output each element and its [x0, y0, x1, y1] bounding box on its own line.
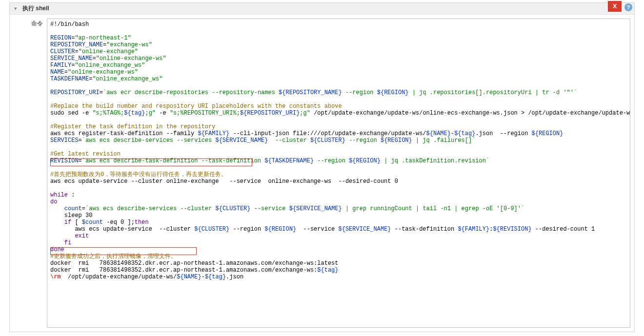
code-token	[50, 233, 75, 239]
code-token: "online-exchange"	[79, 48, 138, 55]
code-token: ${REGION}	[532, 130, 564, 137]
code-line: docker rmi 786381498352.dkr.ecr.ap-north…	[50, 267, 627, 274]
code-token: ${REGION}	[381, 137, 412, 144]
code-line: done	[50, 246, 627, 253]
code-token: --region	[345, 137, 381, 144]
panel-titlebar: ▾ 执行 shell X ?	[10, 3, 634, 15]
code-token: #Replace the build number and respositor…	[50, 103, 342, 110]
code-token: :	[68, 192, 75, 198]
code-token: #Get latest revision	[50, 151, 121, 158]
code-token: | jq .taskDefinition.revision`	[381, 158, 489, 164]
code-token: "online-exchange-ws"	[68, 69, 138, 76]
code-token: do	[50, 198, 57, 205]
code-token: #更新服务成功之后，执行清理镜像，清理文件。	[50, 253, 177, 260]
code-line: SERVICE_NAME="online-exchange-ws"	[50, 55, 627, 62]
code-token: =	[100, 89, 103, 96]
code-token: ${tag}	[124, 110, 145, 117]
code-token: .json --region	[475, 130, 531, 137]
code-token: | jq .failures[]`	[412, 137, 476, 144]
code-token: ;g"	[300, 110, 310, 117]
code-token: ${REGION}	[377, 89, 409, 96]
code-token: -e	[156, 110, 170, 117]
code-token: `aws ecs describe-services --cluster	[85, 205, 215, 212]
code-line: count=`aws ecs describe-services --clust…	[50, 205, 627, 212]
code-token: =	[92, 55, 96, 62]
code-token: ${CLUSTER}	[215, 205, 250, 212]
code-line	[50, 164, 627, 171]
code-line: do	[50, 198, 627, 205]
code-token: =	[79, 158, 82, 164]
code-token: ${REGION}	[349, 158, 381, 164]
code-token: /opt/update-exchange/update-ws/	[61, 274, 177, 280]
code-token: --region	[314, 158, 349, 164]
code-token: ${REVISION}	[493, 226, 531, 233]
code-token: ;g"	[145, 110, 156, 117]
code-token: ${tag}	[454, 130, 475, 137]
code-line: #Get latest revision	[50, 151, 627, 158]
code-token: | jq .repositories[].repositoryUri | tr …	[409, 89, 578, 96]
code-line: fi	[50, 239, 627, 246]
code-token: ${tag}	[205, 274, 226, 280]
code-token: while	[50, 192, 68, 198]
shell-script-editor[interactable]: #!/bin/bash REGION="ap-northeast-1"REPOS…	[47, 19, 630, 328]
code-token: "online_exchange_ws"	[92, 76, 162, 82]
code-token: sleep 30	[50, 212, 92, 219]
code-line: REPOSITORY_NAME="exchange-ws"	[50, 41, 627, 48]
code-token: aws ecs update-service --cluster online-…	[50, 178, 398, 185]
code-token: REGION	[50, 35, 71, 41]
code-token: aws ecs register-task-definition --famil…	[50, 130, 198, 137]
code-token: "online-exchange-ws"	[96, 55, 166, 62]
code-token: =	[82, 205, 85, 212]
code-token: ${NAME}	[177, 274, 201, 280]
code-token: REVISION	[50, 158, 79, 164]
code-token: SERVICES	[50, 137, 79, 144]
code-token: TASKDEFNAME	[50, 76, 89, 82]
code-token: `aws ecs describe-task-definition --task…	[82, 158, 264, 164]
code-line	[50, 28, 627, 35]
code-line: aws ecs register-task-definition --famil…	[50, 130, 627, 137]
code-token: #首先把预期数改为0，等待服务中没有运行得任务，再去更新任务。	[50, 171, 227, 178]
code-token: #!/bin/bash	[50, 21, 89, 28]
code-token: done	[50, 246, 64, 253]
code-token: ${CLUSTER}	[194, 226, 229, 233]
code-token: --service	[296, 226, 338, 233]
close-button[interactable]: X	[608, 1, 622, 12]
code-token: then	[135, 219, 149, 226]
code-token: "online_exchange_ws"	[75, 62, 145, 69]
code-line: SERVICES=`aws ecs describe-services --se…	[50, 137, 627, 144]
code-token: "exchange-ws"	[106, 41, 152, 48]
code-token: SERVICE_NAME	[50, 55, 92, 62]
code-token: exit	[75, 233, 89, 239]
code-line: REVISION=`aws ecs describe-task-definiti…	[50, 158, 627, 164]
code-line: NAME="online-exchange-ws"	[50, 69, 627, 76]
code-line	[50, 185, 627, 192]
code-token: --task-definition	[391, 226, 458, 233]
code-token: ${FAMILY}	[458, 226, 489, 233]
code-token	[50, 205, 64, 212]
code-line: REGION="ap-northeast-1"	[50, 35, 627, 41]
collapse-icon[interactable]: ▾	[10, 5, 21, 12]
code-token: ${tag}	[317, 267, 338, 274]
code-token: NAME	[50, 69, 64, 76]
command-label: 命令	[10, 15, 47, 28]
code-line: sudo sed -e "s;%TAG%;${tag};g" -e "s;%RE…	[50, 110, 627, 117]
code-token: "ap-northeast-1"	[75, 35, 131, 41]
code-token: $count	[82, 219, 103, 226]
code-token: ${REGION}	[264, 226, 296, 233]
panel-body: 命令 #!/bin/bash REGION="ap-northeast-1"RE…	[10, 15, 634, 332]
code-token: ${SERVICE_NAME}	[215, 137, 268, 144]
code-token: -eq 0 ];	[103, 219, 135, 226]
help-icon[interactable]: ?	[624, 3, 632, 11]
code-token: ${FAMILY}	[198, 130, 229, 137]
code-token: ${SERVICE_NAME}	[339, 226, 391, 233]
code-token: "s;%TAG%;	[92, 110, 124, 117]
code-token: `aws ecr describe-repositories --reposit…	[103, 89, 279, 96]
code-line	[50, 96, 627, 103]
code-line: if [ $count -eq 0 ];then	[50, 219, 627, 226]
code-token: docker rmi 786381498352.dkr.ecr.ap-north…	[50, 267, 317, 274]
code-token: if	[64, 219, 71, 226]
code-line: aws ecs update-service --cluster ${CLUST…	[50, 226, 627, 233]
code-token: --cli-input-json file:///opt/update-exch…	[229, 130, 426, 137]
panel-title: 执行 shell	[21, 4, 49, 13]
code-token: --desired-count 1	[532, 226, 595, 233]
